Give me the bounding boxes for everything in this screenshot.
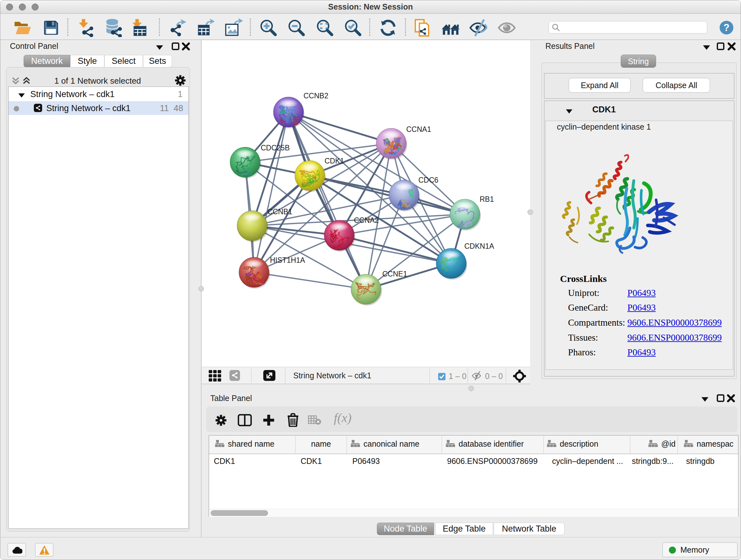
svg-text:CDK1: CDK1 (325, 157, 344, 165)
svg-text:RB1: RB1 (480, 195, 494, 203)
svg-text:CDC6: CDC6 (418, 176, 439, 184)
svg-text:CCNA2: CCNA2 (354, 216, 379, 225)
svg-text:CCNB1: CCNB1 (267, 207, 292, 216)
svg-text:CDC25B: CDC25B (261, 144, 290, 152)
svg-text:HIST1H1A: HIST1H1A (270, 256, 306, 264)
svg-text:CCNE1: CCNE1 (382, 270, 407, 278)
svg-text:CDKN1A: CDKN1A (464, 242, 494, 250)
svg-text:CCNA1: CCNA1 (406, 125, 431, 133)
svg-text:CCNB2: CCNB2 (304, 91, 328, 100)
